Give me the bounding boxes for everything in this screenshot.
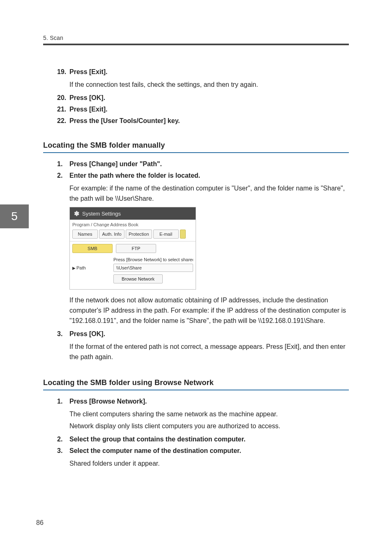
step-body: Shared folders under it appear. <box>69 459 349 469</box>
instruction-text: Press [Browse Network] to select shared … <box>113 257 193 262</box>
step-text: Press [Exit]. <box>69 106 107 113</box>
chapter-header: 5. Scan <box>43 35 349 41</box>
path-label: ▶ Path <box>72 265 113 270</box>
tab-overflow[interactable] <box>180 230 186 239</box>
browse-network-button[interactable]: Browse Network <box>113 274 163 283</box>
path-label-text: Path <box>76 265 86 270</box>
tab-email[interactable]: E-mail <box>153 230 179 239</box>
step-body: If the connection test fails, check the … <box>69 80 349 90</box>
step-number: 1. <box>57 160 69 168</box>
tab-names[interactable]: Names <box>72 230 98 239</box>
step-text: Enter the path where the folder is locat… <box>69 172 200 179</box>
step-body: The client computers sharing the same ne… <box>69 409 349 420</box>
step-body: If the format of the entered path is not… <box>69 342 349 362</box>
step-text: Press [Browse Network]. <box>69 398 147 405</box>
step-number: 3. <box>57 330 69 338</box>
titlebar: System Settings <box>70 207 196 220</box>
path-input[interactable]: \\User\Share <box>113 264 193 272</box>
steps-list-c: 1. Press [Browse Network]. The client co… <box>57 398 349 469</box>
header-rule <box>43 44 349 45</box>
section-rule <box>43 390 349 390</box>
protocol-row: SMB FTP <box>70 241 196 257</box>
tab-protection[interactable]: Protection <box>126 230 152 239</box>
chapter-tab: 5 <box>0 204 29 228</box>
step-text: Press [OK]. <box>69 330 105 338</box>
step-text: Press [Exit]. <box>69 68 107 76</box>
steps-list-b: 1. Press [Change] under "Path". 2. Enter… <box>57 160 349 362</box>
step-text: Press the [User Tools/Counter] key. <box>69 117 180 125</box>
triangle-icon: ▶ <box>72 266 76 270</box>
step-number: 19. <box>57 68 69 76</box>
steps-list-a: 19. Press [Exit]. If the connection test… <box>57 68 349 125</box>
protocol-smb[interactable]: SMB <box>72 244 113 253</box>
step-body: Network display only lists client comput… <box>69 421 349 432</box>
page-number: 86 <box>36 519 44 527</box>
step-text: Select the computer name of the destinat… <box>69 447 241 455</box>
step-number: 1. <box>57 398 69 405</box>
section-title-browse: Locating the SMB folder using Browse Net… <box>43 378 349 387</box>
section-title-manual: Locating the SMB folder manually <box>43 141 349 150</box>
step-number: 2. <box>57 172 69 179</box>
step-text: Press [Change] under "Path". <box>69 160 162 168</box>
protocol-ftp[interactable]: FTP <box>116 244 156 253</box>
step-body: If the network does not allow automatic … <box>69 295 349 326</box>
panel-title: System Settings <box>82 211 121 217</box>
step-number: 22. <box>57 117 69 125</box>
step-text: Select the group that contains the desti… <box>69 436 246 443</box>
tabs-row: Names Auth. Info Protection E-mail <box>70 229 196 241</box>
gear-icon <box>72 210 80 217</box>
step-number: 3. <box>57 447 69 455</box>
step-number: 21. <box>57 106 69 113</box>
tab-auth-info[interactable]: Auth. Info <box>99 230 125 239</box>
panel-subhead: Program / Change Address Book <box>70 220 196 229</box>
section-rule <box>43 152 349 153</box>
step-text: Press [OK]. <box>69 94 105 102</box>
step-body: For example: if the name of the destinat… <box>69 183 349 204</box>
step-number: 20. <box>57 94 69 102</box>
step-number: 2. <box>57 436 69 443</box>
system-settings-panel: System Settings Program / Change Address… <box>69 207 196 290</box>
